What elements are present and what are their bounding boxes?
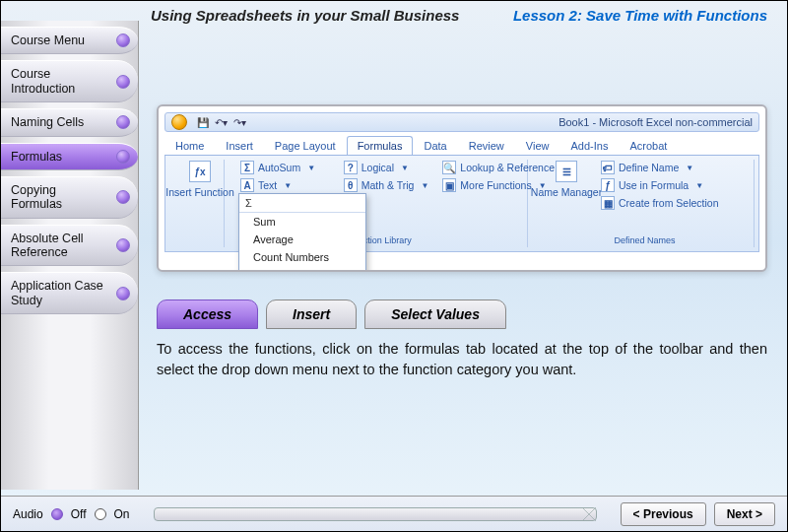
progress-bullet-icon xyxy=(116,33,130,47)
lesson-title: Lesson 2: Save Time with Functions xyxy=(513,7,767,24)
content-tab-access[interactable]: Access xyxy=(157,299,258,329)
selection-icon: ▦ xyxy=(601,196,615,210)
content-area: 💾 ↶▾ ↷▾ Book1 - Microsoft Excel non-comm… xyxy=(157,104,767,482)
tag-icon: 🏷 xyxy=(601,161,615,174)
course-title: Using Spreadsheets in your Small Busines… xyxy=(151,7,459,24)
footer: Audio Off On < Previous Next > xyxy=(1,496,787,531)
progress-bar[interactable] xyxy=(154,507,597,521)
math-button[interactable]: θ Math & Trig▼ xyxy=(342,177,431,193)
name-manager-icon: ☰ xyxy=(556,161,577,182)
button-label: Math & Trig xyxy=(361,179,415,191)
quick-access-toolbar: 💾 ↶▾ ↷▾ xyxy=(197,117,246,128)
dropdown-header: Σ xyxy=(239,194,365,213)
text-button[interactable]: A Text▼ xyxy=(238,177,332,193)
button-label: Use in Formula xyxy=(619,179,689,191)
formula-icon: ƒ xyxy=(601,178,615,192)
excel-ribbon-tabs: Home Insert Page Layout Formulas Data Re… xyxy=(164,136,759,156)
button-label: Logical xyxy=(361,162,394,173)
content-tab-insert[interactable]: Insert xyxy=(266,299,357,329)
sidebar-item-formulas[interactable]: Formulas xyxy=(1,143,138,170)
content-tab-select-values[interactable]: Select Values xyxy=(364,299,506,329)
define-name-button[interactable]: 🏷 Define Name▼ xyxy=(599,160,721,175)
ribbon-tab-acrobat[interactable]: Acrobat xyxy=(619,136,678,155)
dropdown-item-average[interactable]: Average xyxy=(239,231,365,248)
autosum-button[interactable]: Σ AutoSum▼ xyxy=(238,160,332,175)
audio-label: Audio xyxy=(13,507,43,521)
autosum-dropdown: Σ Sum Average Count Numbers Max Min xyxy=(238,193,366,272)
chevron-down-icon[interactable]: ▼ xyxy=(401,164,409,172)
ribbon-tab-view[interactable]: View xyxy=(515,136,560,155)
logical-button[interactable]: ? Logical▼ xyxy=(342,160,431,175)
sidebar-item-naming-cells[interactable]: Naming Cells xyxy=(1,108,138,136)
audio-on-radio[interactable] xyxy=(95,508,106,520)
name-manager-button[interactable]: ☰ Name Manager xyxy=(542,160,591,211)
sidebar-item-label: Naming Cells xyxy=(11,115,84,129)
ribbon-tab-addins[interactable]: Add-Ins xyxy=(559,136,619,155)
use-in-formula-button[interactable]: ƒ Use in Formula▼ xyxy=(599,177,721,193)
sidebar-item-label: Application Case Study xyxy=(11,279,103,306)
content-tabs: Access Insert Select Values xyxy=(157,299,767,329)
dropdown-item-max[interactable]: Max xyxy=(239,266,365,272)
ribbon-group-defined-names: ☰ Name Manager 🏷 Define Name▼ ƒ Use in F… xyxy=(536,160,755,247)
more-icon: ▣ xyxy=(442,178,456,192)
excel-ribbon-screenshot: 💾 ↶▾ ↷▾ Book1 - Microsoft Excel non-comm… xyxy=(157,104,767,272)
theta-icon: θ xyxy=(344,178,358,192)
fx-icon: ƒx xyxy=(189,161,211,182)
sidebar-item-label: Absolute Cell Reference xyxy=(11,232,84,259)
chevron-down-icon[interactable]: ▼ xyxy=(307,164,315,172)
dropdown-item-count-numbers[interactable]: Count Numbers xyxy=(239,248,365,266)
sidebar-item-label: Course Menu xyxy=(11,33,85,47)
undo-icon: ↶▾ xyxy=(215,117,228,128)
logical-icon: ? xyxy=(344,161,358,174)
excel-window-title: Book1 - Microsoft Excel non-commercial xyxy=(558,116,753,128)
audio-off-label: Off xyxy=(71,507,87,521)
sigma-icon: Σ xyxy=(240,161,254,174)
button-label: AutoSum xyxy=(258,162,300,173)
sidebar-item-label: Formulas xyxy=(11,150,62,164)
audio-on-label: On xyxy=(114,507,130,521)
progress-bullet-icon xyxy=(116,150,130,164)
ribbon-tab-insert[interactable]: Insert xyxy=(215,136,264,155)
header: Using Spreadsheets in your Small Busines… xyxy=(151,7,767,24)
sidebar: Course Menu Course Introduction Naming C… xyxy=(1,21,139,490)
ribbon-tab-data[interactable]: Data xyxy=(413,136,457,155)
dropdown-item-sum[interactable]: Sum xyxy=(239,213,365,231)
sidebar-item-label: Copying Formulas xyxy=(11,183,62,211)
ribbon-tab-review[interactable]: Review xyxy=(458,136,515,155)
button-label: Name Manager xyxy=(531,186,602,198)
save-icon: 💾 xyxy=(197,117,209,128)
button-label: Create from Selection xyxy=(619,197,719,209)
audio-off-radio[interactable] xyxy=(51,508,63,520)
sidebar-item-label: Course Introduction xyxy=(11,67,75,95)
progress-bullet-icon xyxy=(116,287,130,300)
previous-button[interactable]: < Previous xyxy=(621,502,706,526)
button-label: Text xyxy=(258,179,277,191)
chevron-down-icon[interactable]: ▼ xyxy=(284,181,292,190)
progress-bullet-icon xyxy=(116,115,130,129)
sidebar-item-course-menu[interactable]: Course Menu xyxy=(1,27,138,54)
progress-bullet-icon xyxy=(116,190,130,204)
chevron-down-icon[interactable]: ▼ xyxy=(686,164,693,172)
insert-function-button[interactable]: ƒx Insert Function xyxy=(175,160,225,199)
progress-bullet-icon xyxy=(116,238,130,252)
button-label: More Functions xyxy=(460,179,531,191)
sidebar-item-application-case-study[interactable]: Application Case Study xyxy=(1,272,138,314)
text-icon: A xyxy=(240,178,254,192)
ribbon-tab-page-layout[interactable]: Page Layout xyxy=(264,136,347,155)
ribbon-tab-home[interactable]: Home xyxy=(164,136,215,155)
chevron-down-icon[interactable]: ▼ xyxy=(421,181,428,190)
ribbon-tab-formulas[interactable]: Formulas xyxy=(347,136,414,155)
chevron-down-icon[interactable]: ▼ xyxy=(695,181,703,190)
excel-ribbon: ƒx Insert Function Σ AutoSum▼ A Text▼ xyxy=(164,156,759,252)
button-label: Define Name xyxy=(619,162,679,173)
lesson-body-text: To access the functions, click on the fo… xyxy=(157,339,767,380)
sidebar-item-course-introduction[interactable]: Course Introduction xyxy=(1,60,138,102)
next-button[interactable]: Next > xyxy=(714,502,775,526)
create-from-selection-button[interactable]: ▦ Create from Selection xyxy=(599,195,721,211)
sidebar-item-absolute-cell-reference[interactable]: Absolute Cell Reference xyxy=(1,225,138,267)
redo-icon: ↷▾ xyxy=(233,117,246,128)
office-button-icon xyxy=(171,114,187,130)
sidebar-item-copying-formulas[interactable]: Copying Formulas xyxy=(1,176,138,219)
progress-bullet-icon xyxy=(116,75,130,89)
excel-titlebar: 💾 ↶▾ ↷▾ Book1 - Microsoft Excel non-comm… xyxy=(164,112,759,132)
